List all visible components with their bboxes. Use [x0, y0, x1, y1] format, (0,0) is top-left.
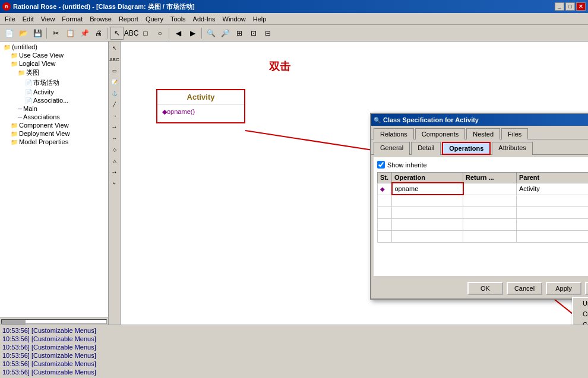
show-inherit-checkbox[interactable] [377, 161, 385, 169]
operations-table: St. Operation Return ... Parent ◆ opname [377, 172, 588, 243]
more-button[interactable]: ⊡ [247, 27, 260, 40]
sidebar-item-model[interactable]: 📁 Model Properties [1, 138, 107, 146]
paste-button[interactable]: 📌 [78, 27, 91, 40]
sidebar-item-associations[interactable]: ─ Associations [1, 113, 107, 121]
zoom-in-button[interactable]: 🔍 [204, 27, 217, 40]
maximize-button[interactable]: □ [565, 2, 575, 11]
menu-browse[interactable]: Browse [86, 14, 115, 24]
print-button[interactable]: 🖨 [92, 27, 105, 40]
folder-icon: 📁 [11, 122, 18, 129]
cut-button[interactable]: ✂ [49, 27, 62, 40]
abc-button[interactable]: ABC [125, 27, 138, 40]
double-arrow-tool[interactable]: ↔ [109, 133, 120, 144]
ctx-cut[interactable]: Cut [573, 309, 588, 319]
class-specification-dialog: 🔍 Class Specification for Activity ? ✕ R… [370, 113, 588, 300]
show-inherit-label: Show inherite [387, 161, 427, 169]
fit-button[interactable]: ⊞ [233, 27, 246, 40]
menu-edit[interactable]: Edit [19, 14, 37, 24]
ellipse-button[interactable]: ○ [153, 27, 166, 40]
col-parent: Parent [517, 173, 589, 183]
new-button[interactable]: 📄 [2, 27, 15, 40]
menu-tools[interactable]: Tools [167, 14, 189, 24]
folder-icon: 📁 [11, 139, 18, 145]
zoom-out-button[interactable]: 🔎 [219, 27, 232, 40]
tab-relations[interactable]: Relations [374, 128, 414, 139]
tab-files[interactable]: Files [501, 128, 528, 139]
drawing-toolbar: ↖ ABC ▭ 📝 ⚓ ╱ → ⤍ ↔ ◇ △ ⇢ ⤷ [109, 42, 121, 325]
sidebar-item-component[interactable]: 📁 Component View [1, 121, 107, 129]
activity-class-body: ◆opname() [157, 104, 244, 122]
ok-button[interactable]: OK [467, 282, 503, 295]
class-tool[interactable]: ▭ [109, 65, 120, 76]
text-tool[interactable]: ABC [109, 54, 120, 65]
ctx-undo[interactable]: Undo [573, 298, 588, 309]
sidebar-item-market[interactable]: 📄 市场活动 [1, 78, 107, 88]
tab-general[interactable]: General [374, 142, 410, 155]
title-bar: R Rational Rose - (untitled) - [Class Di… [0, 0, 588, 13]
menu-view[interactable]: View [37, 14, 59, 24]
redo-button[interactable]: ▶ [186, 27, 199, 40]
close-button[interactable]: ✕ [576, 2, 586, 11]
menu-format[interactable]: Format [58, 14, 86, 24]
activity-class-box[interactable]: Activity ◆opname() [156, 89, 245, 123]
browse-button[interactable]: Bro... [585, 282, 588, 295]
menu-query[interactable]: Query [142, 14, 167, 24]
tab-detail[interactable]: Detail [411, 142, 441, 155]
extra-button[interactable]: ⊟ [261, 27, 274, 40]
status-line-5: 10:53:56] [Customizable Menus] [2, 360, 586, 368]
apply-button[interactable]: Apply [546, 282, 581, 295]
sidebar-item-untitled[interactable]: 📁 (untitled) [1, 43, 107, 51]
sidebar-item-main[interactable]: ─ Main [1, 104, 107, 113]
folder-icon: 📁 [4, 44, 11, 50]
inherit-tool[interactable]: △ [109, 155, 120, 166]
status-bar: 10:53:56] [Customizable Menus] 10:53:56]… [0, 325, 588, 378]
folder-icon: 📁 [11, 131, 18, 137]
menu-report[interactable]: Report [115, 14, 142, 24]
copy-button[interactable]: 📋 [64, 27, 77, 40]
table-row-empty2 [378, 207, 589, 218]
status-line-4: 10:53:56] [Customizable Menus] [2, 351, 586, 360]
toolbar: 📄 📂 💾 ✂ 📋 📌 🖨 ↖ ABC □ ○ ◀ ▶ 🔍 🔎 ⊞ ⊡ ⊟ [0, 25, 588, 42]
row-return [463, 183, 517, 195]
anchor-tool[interactable]: ⚓ [109, 88, 120, 99]
depend-tool[interactable]: ⇢ [109, 167, 120, 177]
menu-help[interactable]: Help [249, 14, 270, 24]
row-st: ◆ [378, 183, 392, 195]
note-tool[interactable]: 📝 [109, 77, 120, 87]
open-button[interactable]: 📂 [17, 27, 30, 40]
ctx-copy[interactable]: Copy [573, 319, 588, 325]
sidebar-item-association[interactable]: 📄 Associatio... [1, 96, 107, 104]
sidebar-item-activity[interactable]: 📄 Activity [1, 88, 107, 96]
dialog-content: Show inherite St. Operation Return ... P… [374, 157, 588, 276]
cursor-button[interactable]: ↖ [110, 27, 124, 40]
sidebar-item-usecase[interactable]: 📁 Use Case View [1, 51, 107, 59]
realize-tool[interactable]: ⤷ [109, 178, 120, 189]
menu-window[interactable]: Window [219, 14, 249, 24]
undo-button[interactable]: ◀ [172, 27, 185, 40]
dashed-tool[interactable]: ⤍ [109, 122, 120, 132]
select-tool[interactable]: ↖ [109, 43, 120, 53]
menu-addins[interactable]: Add-Ins [189, 14, 219, 24]
row-opname[interactable]: opname [392, 183, 463, 195]
table-row[interactable]: ◆ opname Activity [378, 183, 589, 195]
sidebar-item-deployment[interactable]: 📁 Deployment View [1, 129, 107, 138]
sidebar-item-logical[interactable]: 📁 Logical View [1, 59, 107, 68]
tab-attributes[interactable]: Attributes [492, 142, 532, 155]
menu-bar: File Edit View Format Browse Report Quer… [0, 13, 588, 25]
save-button[interactable]: 💾 [31, 27, 44, 40]
arrow-tool[interactable]: → [109, 110, 120, 121]
rect-button[interactable]: □ [139, 27, 152, 40]
menu-file[interactable]: File [1, 14, 19, 24]
tab-nested[interactable]: Nested [466, 128, 500, 139]
app-icon: R [2, 2, 11, 11]
doc-icon: 📄 [25, 89, 32, 96]
line-tool[interactable]: ╱ [109, 99, 120, 110]
aggregate-tool[interactable]: ◇ [109, 144, 120, 155]
minimize-button[interactable]: _ [555, 2, 564, 11]
cancel-button[interactable]: Cancel [507, 282, 542, 295]
sidebar-item-classdiagram[interactable]: 📁 类图 [1, 68, 107, 78]
tab-operations[interactable]: Operations [442, 142, 491, 155]
dialog-title: Class Specification for Activity [383, 116, 479, 123]
tab-components[interactable]: Components [415, 128, 465, 139]
dialog-tab-bar-row1: Relations Components Nested Files [371, 126, 588, 139]
